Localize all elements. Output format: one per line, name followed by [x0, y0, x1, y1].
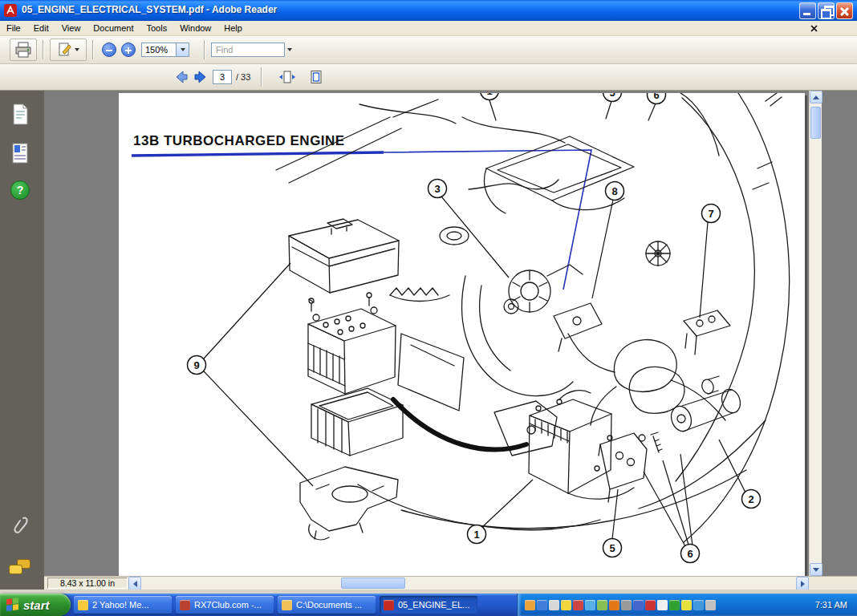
folder-icon [282, 600, 292, 610]
page-count-label: / 33 [236, 72, 250, 82]
callout-number: 1 [473, 529, 479, 541]
find-dropdown-icon[interactable] [287, 48, 292, 51]
fit-page-button[interactable] [307, 68, 326, 86]
paperclip-icon [13, 516, 29, 537]
find-input[interactable] [211, 43, 285, 57]
tray-icon[interactable] [669, 600, 680, 610]
callout-number: 9 [193, 359, 199, 371]
callout-number: 2 [748, 493, 753, 505]
system-tray: 7:31 AM [517, 594, 857, 616]
callout-number: 5 [609, 542, 615, 554]
restore-button[interactable] [818, 2, 835, 19]
pdf-page[interactable]: 13B TURBOCHARGED ENGINE [119, 93, 805, 576]
tray-icon[interactable] [645, 600, 656, 610]
vertical-scroll-thumb[interactable] [810, 107, 821, 139]
help-button[interactable]: ? [10, 180, 30, 200]
start-button[interactable]: start [0, 594, 71, 616]
window-controls [799, 2, 853, 19]
close-document-icon[interactable] [810, 24, 818, 33]
taskbar-item-label: C:\Documents ... [296, 600, 362, 610]
callout-number: 8 [611, 185, 617, 197]
down-arrow-icon [813, 568, 819, 572]
browser-icon [180, 600, 190, 610]
callout-circles: 1 5 6 9 3 8 7 2 5 6 1 [188, 93, 761, 563]
menu-help[interactable]: Help [217, 22, 249, 34]
markup-tool-button[interactable] [50, 38, 87, 61]
tray-icon[interactable] [633, 600, 644, 610]
vertical-scrollbar[interactable] [809, 91, 822, 576]
tray-icon[interactable] [681, 600, 692, 610]
callout-leaders [204, 197, 745, 546]
comments-panel-button[interactable] [9, 559, 33, 577]
tray-icon[interactable] [609, 600, 619, 610]
menu-edit[interactable]: Edit [27, 22, 55, 34]
taskbar-clock[interactable]: 7:31 AM [815, 600, 851, 610]
menu-tools[interactable]: Tools [140, 22, 174, 34]
taskbar-item-yahoo[interactable]: 2 Yahoo! Me... [74, 596, 172, 614]
taskbar-buttons: 2 Yahoo! Me... RX7Club.com -... C:\Docum… [74, 596, 477, 614]
adobe-reader-icon [384, 600, 394, 610]
bookmarks-panel-button[interactable] [10, 142, 30, 168]
scroll-down-button[interactable] [810, 563, 822, 576]
tray-icon[interactable] [693, 600, 704, 610]
zoom-dropdown-button[interactable] [177, 43, 189, 57]
menu-window[interactable]: Window [173, 22, 217, 34]
toolbar-separator [92, 40, 94, 59]
tray-icon[interactable] [657, 600, 668, 610]
page-dimensions-label: 8.43 x 11.00 in [47, 578, 128, 589]
tray-icon[interactable] [585, 600, 595, 610]
tray-icon[interactable] [705, 600, 716, 610]
callout-number: 6 [687, 548, 693, 560]
zoom-in-button[interactable] [121, 43, 136, 57]
menu-view[interactable]: View [55, 22, 87, 34]
scroll-up-button[interactable] [810, 91, 822, 103]
zoom-level-box[interactable]: 150% [141, 43, 177, 57]
main-toolbar: 150% [0, 36, 857, 64]
taskbar-item-pdf[interactable]: 05_ENGINE_EL... [380, 596, 477, 614]
callout-number: 5 [609, 93, 615, 99]
forward-arrow-icon [193, 70, 209, 84]
current-page-input[interactable]: 3 [213, 70, 232, 84]
left-arrow-icon [133, 581, 137, 587]
window-titlebar: 05_ENGINE_ELECTRICAL_SYSTEM.pdf - Adobe … [0, 0, 857, 21]
callout-number: 3 [434, 183, 440, 195]
up-arrow-icon [813, 95, 819, 99]
scroll-right-button[interactable] [796, 577, 809, 590]
minimize-button[interactable] [799, 2, 816, 19]
engine-diagram: 1 5 6 9 3 8 7 2 5 6 1 [119, 93, 805, 574]
callout-number: 1 [486, 93, 492, 97]
tray-icon[interactable] [621, 600, 632, 610]
fit-width-icon [278, 70, 296, 84]
taskbar-item-documents[interactable]: C:\Documents ... [278, 596, 376, 614]
attachments-panel-button[interactable] [13, 516, 29, 540]
tray-icon[interactable] [549, 600, 559, 610]
previous-page-button[interactable] [172, 68, 191, 86]
callout-number: 6 [653, 93, 659, 101]
pages-panel-button[interactable] [10, 103, 30, 129]
tray-icon[interactable] [597, 600, 607, 610]
close-button[interactable] [836, 2, 853, 19]
fit-page-icon [308, 70, 324, 84]
scroll-left-button[interactable] [128, 577, 141, 590]
taskbar-item-label: 05_ENGINE_EL... [398, 600, 469, 610]
horizontal-scrollbar[interactable] [128, 577, 809, 590]
printer-icon [14, 42, 32, 58]
horizontal-scroll-thumb[interactable] [341, 578, 405, 589]
taskbar-item-label: 2 Yahoo! Me... [92, 600, 149, 610]
menu-document[interactable]: Document [87, 22, 140, 34]
window-title: 05_ENGINE_ELECTRICAL_SYSTEM.pdf - Adobe … [22, 4, 277, 15]
toolbar-separator [204, 40, 205, 59]
tray-icon[interactable] [537, 600, 547, 610]
tray-icon[interactable] [561, 600, 571, 610]
dropdown-arrow-icon [75, 48, 79, 51]
menu-file[interactable]: File [0, 22, 27, 34]
tray-icon[interactable] [573, 600, 583, 610]
fit-width-button[interactable] [278, 68, 297, 86]
tray-icon[interactable] [525, 600, 535, 610]
print-button[interactable] [10, 38, 37, 61]
navigation-toolbar: 3 / 33 [0, 64, 857, 91]
taskbar-item-rx7club[interactable]: RX7Club.com -... [176, 596, 274, 614]
navigation-panel: ? [0, 91, 44, 590]
zoom-out-button[interactable] [102, 43, 116, 57]
next-page-button[interactable] [191, 68, 210, 86]
